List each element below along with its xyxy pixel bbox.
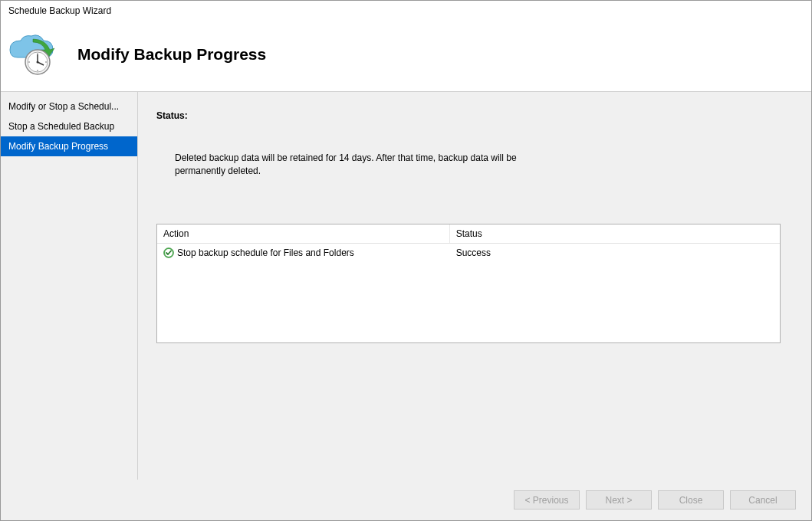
table-header: Action Status xyxy=(157,224,780,244)
page-title: Modify Backup Progress xyxy=(77,45,266,64)
svg-point-7 xyxy=(37,70,38,71)
table-header-status[interactable]: Status xyxy=(450,224,780,243)
table-cell-action: Stop backup schedule for Files and Folde… xyxy=(157,244,450,262)
svg-point-6 xyxy=(45,61,47,63)
window-title: Schedule Backup Wizard xyxy=(8,5,111,16)
table-header-action[interactable]: Action xyxy=(157,224,450,243)
sidebar-item-stop-scheduled[interactable]: Stop a Scheduled Backup xyxy=(1,116,137,136)
backup-clock-icon xyxy=(7,33,56,76)
svg-point-5 xyxy=(37,53,38,54)
svg-point-4 xyxy=(37,61,39,64)
table-cell-action-text: Stop backup schedule for Files and Folde… xyxy=(177,247,354,258)
content-panel: Status: Deleted backup data will be reta… xyxy=(138,92,811,480)
window-title-bar: Schedule Backup Wizard xyxy=(1,1,811,21)
wizard-footer: < Previous Next > Close Cancel xyxy=(1,480,811,520)
sidebar-item-modify-progress[interactable]: Modify Backup Progress xyxy=(1,136,137,156)
sidebar-item-modify-or-stop[interactable]: Modify or Stop a Schedul... xyxy=(1,97,137,116)
next-button[interactable]: Next > xyxy=(586,490,652,510)
main-area: Modify or Stop a Schedul... Stop a Sched… xyxy=(1,91,811,480)
wizard-header: Modify Backup Progress xyxy=(1,21,811,91)
svg-point-8 xyxy=(28,61,30,63)
progress-table: Action Status Stop backup schedule for F… xyxy=(156,224,781,343)
table-cell-status: Success xyxy=(450,244,780,262)
success-check-icon xyxy=(163,247,174,258)
cancel-button[interactable]: Cancel xyxy=(730,490,796,510)
previous-button[interactable]: < Previous xyxy=(514,490,580,510)
close-button[interactable]: Close xyxy=(658,490,724,510)
status-label: Status: xyxy=(156,110,781,121)
wizard-steps-sidebar: Modify or Stop a Schedul... Stop a Sched… xyxy=(1,92,138,480)
status-message: Deleted backup data will be retained for… xyxy=(175,152,543,178)
table-row: Stop backup schedule for Files and Folde… xyxy=(157,244,780,262)
